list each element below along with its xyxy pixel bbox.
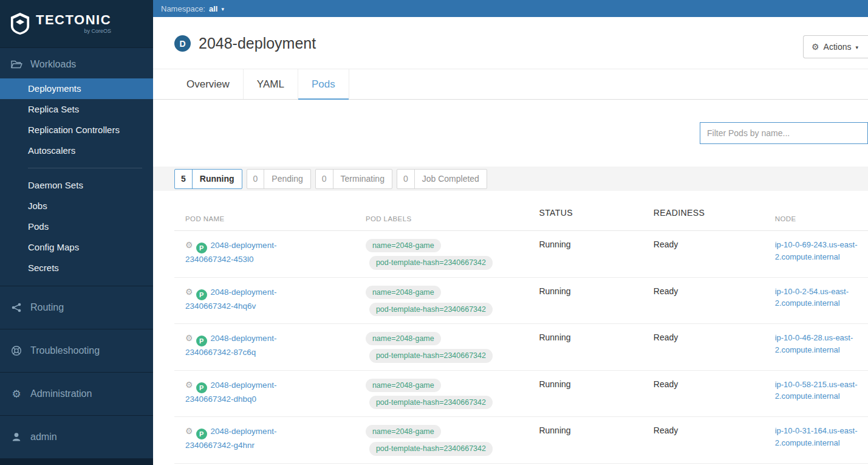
sidebar-item-pods[interactable]: Pods	[0, 216, 153, 237]
routing-icon	[10, 302, 22, 313]
gear-icon[interactable]: ⚙	[185, 380, 193, 390]
sidebar-section-header-workloads[interactable]: Workloads	[0, 54, 153, 75]
gear-icon[interactable]: ⚙	[185, 287, 193, 297]
tab-content: 5 Running 0 Pending 0 Terminating 0 Job …	[153, 100, 868, 465]
sidebar-item-jobs[interactable]: Jobs	[0, 196, 153, 216]
filter-terminating-label: Terminating	[333, 170, 392, 188]
filter-job-completed-button[interactable]: 0 Job Completed	[397, 169, 487, 189]
table-row: ⚙P2048-deployment-2340667342-dhbq0 name=…	[174, 371, 868, 418]
pod-readiness: Ready	[643, 286, 764, 296]
sidebar: TECTONIC by CoreOS Workloads Deployments	[0, 0, 153, 465]
table-row: ⚙P2048-deployment-2340667342-g4hnr name=…	[174, 417, 868, 464]
pod-label-tag[interactable]: pod-template-hash=2340667342	[369, 442, 493, 455]
sidebar-item-secrets[interactable]: Secrets	[0, 258, 153, 278]
pod-label-tag[interactable]: pod-template-hash=2340667342	[369, 349, 493, 362]
pod-node-cell: ip-10-0-58-215.us-east-2.compute.interna…	[764, 379, 868, 402]
pod-status: Running	[528, 425, 642, 435]
filter-terminating-count: 0	[316, 170, 333, 188]
sidebar-item-replication-controllers[interactable]: Replication Controllers	[0, 120, 153, 140]
pod-readiness: Ready	[643, 239, 764, 249]
sidebar-item-replica-sets[interactable]: Replica Sets	[0, 99, 153, 120]
pod-node-cell: ip-10-0-69-243.us-east-2.compute.interna…	[764, 239, 868, 263]
filter-terminating-button[interactable]: 0 Terminating	[315, 169, 392, 189]
pod-name-cell: ⚙P2048-deployment-2340667342-4hq6v	[174, 286, 355, 313]
pod-label-tag[interactable]: pod-template-hash=2340667342	[369, 256, 493, 269]
pod-label-tag[interactable]: name=2048-game	[366, 425, 441, 438]
main-content: Namespace: all ▾ D 2048-deployment ⚙ Act…	[153, 0, 868, 465]
section-label-routing: Routing	[30, 302, 64, 313]
sidebar-divider	[28, 168, 142, 168]
sidebar-item-deployments[interactable]: Deployments	[0, 78, 153, 99]
column-header-node: NODE	[764, 207, 868, 230]
node-link[interactable]: ip-10-0-31-164.us-east-2.compute.interna…	[775, 425, 859, 449]
gear-icon[interactable]: ⚙	[185, 240, 193, 250]
namespace-bar[interactable]: Namespace: all ▾	[153, 0, 868, 17]
pod-label-tag[interactable]: pod-template-hash=2340667342	[369, 396, 493, 409]
sidebar-section-admin: admin	[0, 415, 153, 458]
sidebar-section-header-administration[interactable]: ⚙ Administration	[0, 384, 153, 404]
user-icon	[10, 432, 22, 443]
node-link[interactable]: ip-10-0-46-28.us-east-2.compute.internal	[775, 332, 859, 356]
pod-label-tag[interactable]: name=2048-game	[366, 379, 441, 392]
pod-label-tag[interactable]: name=2048-game	[366, 239, 441, 252]
table-row: ⚙P2048-deployment-2340667342-4hq6v name=…	[174, 278, 868, 325]
section-label-administration: Administration	[30, 388, 92, 399]
pods-table: POD NAME POD LABELS STATUS READINESS NOD…	[174, 207, 868, 464]
tab-yaml[interactable]: YAML	[244, 69, 298, 99]
gear-icon: ⚙	[10, 388, 22, 399]
pod-label-tag[interactable]: name=2048-game	[366, 286, 441, 299]
namespace-value: all	[209, 4, 217, 13]
actions-label: Actions	[824, 42, 852, 52]
tab-overview[interactable]: Overview	[173, 69, 244, 99]
tab-pods[interactable]: Pods	[298, 69, 349, 99]
sidebar-item-config-maps[interactable]: Config Maps	[0, 237, 153, 258]
actions-button[interactable]: ⚙ Actions ▾	[803, 35, 868, 58]
page-title: 2048-deployment	[199, 35, 316, 52]
sidebar-footer	[0, 458, 153, 465]
pod-name-cell: ⚙P2048-deployment-2340667342-dhbq0	[174, 379, 355, 406]
logo-subtitle: by CoreOS	[84, 29, 112, 34]
pod-label-tag[interactable]: name=2048-game	[366, 332, 441, 345]
tectonic-shield-icon	[10, 12, 30, 36]
life-ring-icon	[10, 345, 22, 356]
node-link[interactable]: ip-10-0-58-215.us-east-2.compute.interna…	[775, 379, 859, 402]
pod-node-cell: ip-10-0-46-28.us-east-2.compute.internal	[764, 332, 868, 356]
gear-icon: ⚙	[812, 43, 819, 51]
pod-name-cell: ⚙P2048-deployment-2340667342-g4hnr	[174, 425, 355, 452]
pod-status: Running	[528, 332, 642, 342]
chevron-down-icon: ▾	[221, 6, 224, 12]
sidebar-section-header-admin[interactable]: admin	[0, 427, 153, 447]
filter-running-count: 5	[175, 170, 193, 188]
gear-icon[interactable]: ⚙	[185, 333, 193, 343]
filter-running-button[interactable]: 5 Running	[174, 169, 242, 189]
sidebar-item-autoscalers[interactable]: Autoscalers	[0, 140, 153, 161]
pod-label-tag[interactable]: pod-template-hash=2340667342	[369, 303, 493, 316]
page-header: D 2048-deployment ⚙ Actions ▾	[153, 17, 868, 69]
pod-name-cell: ⚙P2048-deployment-2340667342-453l0	[174, 239, 355, 266]
pod-icon: P	[196, 289, 207, 300]
logo-title: TECTONIC	[36, 13, 111, 27]
pod-labels-cell: name=2048-game pod-template-hash=2340667…	[355, 332, 528, 363]
sidebar-section-administration: ⚙ Administration	[0, 372, 153, 415]
sidebar-section-header-routing[interactable]: Routing	[0, 297, 153, 318]
tectonic-logo: TECTONIC by CoreOS	[0, 0, 153, 47]
app: TECTONIC by CoreOS Workloads Deployments	[0, 0, 868, 465]
filter-job-completed-label: Job Completed	[415, 170, 487, 188]
sidebar-section-header-troubleshooting[interactable]: Troubleshooting	[0, 340, 153, 361]
sidebar-item-daemon-sets[interactable]: Daemon Sets	[0, 175, 153, 196]
filter-row	[153, 100, 868, 144]
pod-readiness: Ready	[643, 425, 764, 435]
pod-status: Running	[528, 286, 642, 296]
gear-icon[interactable]: ⚙	[185, 426, 193, 436]
tabbar: Overview YAML Pods	[153, 69, 868, 100]
pod-filter-input[interactable]	[700, 122, 868, 144]
node-link[interactable]: ip-10-0-2-54.us-east-2.compute.internal	[775, 286, 859, 309]
chevron-down-icon: ▾	[855, 44, 858, 50]
filter-pending-button[interactable]: 0 Pending	[247, 169, 311, 189]
section-label-troubleshooting: Troubleshooting	[30, 345, 100, 356]
namespace-label: Namespace:	[161, 4, 205, 13]
pod-labels-cell: name=2048-game pod-template-hash=2340667…	[355, 425, 528, 456]
filter-job-completed-count: 0	[397, 170, 415, 188]
column-header-pod-labels: POD LABELS	[355, 207, 528, 230]
node-link[interactable]: ip-10-0-69-243.us-east-2.compute.interna…	[775, 239, 859, 263]
